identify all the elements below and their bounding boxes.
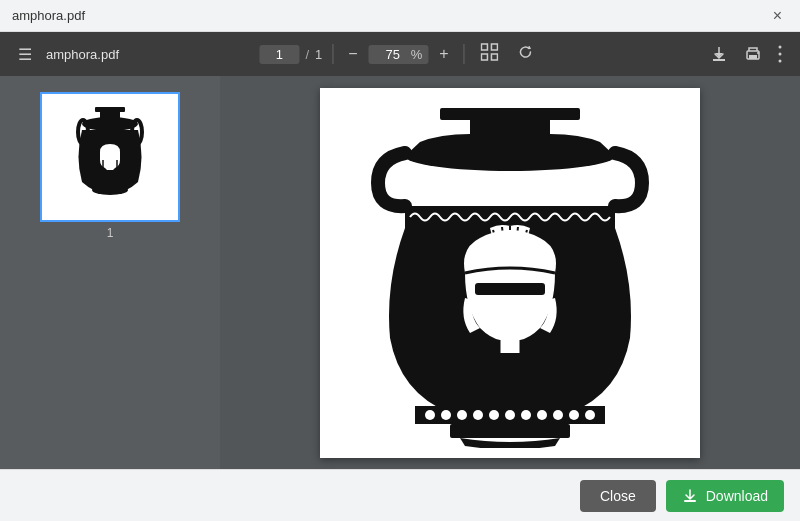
page-separator: / <box>305 47 309 62</box>
thumbnail-amphora-svg <box>65 102 155 212</box>
bottom-bar: Close Download <box>0 469 800 521</box>
svg-point-65 <box>585 410 595 420</box>
svg-rect-23 <box>460 108 462 120</box>
svg-rect-40 <box>562 108 564 120</box>
svg-point-61 <box>521 410 531 420</box>
print-icon <box>744 45 762 63</box>
thumbnail-item[interactable]: 1 <box>40 92 180 240</box>
menu-button[interactable]: ☰ <box>12 41 38 68</box>
rotate-button[interactable] <box>511 39 541 69</box>
svg-rect-1 <box>492 44 498 50</box>
download-toolbar-icon <box>710 45 728 63</box>
page-input-group <box>259 45 299 64</box>
svg-rect-21 <box>448 108 450 120</box>
download-toolbar-button[interactable] <box>704 41 734 67</box>
more-options-button[interactable] <box>772 41 788 67</box>
svg-rect-5 <box>713 59 725 61</box>
svg-rect-36 <box>538 108 540 120</box>
svg-point-60 <box>505 410 515 420</box>
more-options-icon <box>778 45 782 63</box>
svg-rect-18 <box>98 190 122 194</box>
svg-point-8 <box>757 52 759 54</box>
svg-rect-28 <box>490 108 492 120</box>
svg-rect-29 <box>496 108 498 120</box>
svg-rect-0 <box>482 44 488 50</box>
svg-point-56 <box>441 410 451 420</box>
toolbar-center-controls: / 1 − % + <box>259 39 540 69</box>
main-content: 1 <box>0 76 800 469</box>
svg-rect-12 <box>95 107 125 112</box>
svg-rect-35 <box>532 108 534 120</box>
thumbnail-panel: 1 <box>0 76 220 469</box>
thumbnail-frame <box>40 92 180 222</box>
svg-rect-41 <box>568 108 570 120</box>
download-button[interactable]: Download <box>666 480 784 512</box>
svg-point-63 <box>553 410 563 420</box>
svg-point-11 <box>779 60 782 63</box>
pdf-viewer <box>220 76 800 469</box>
page-total: 1 <box>315 47 322 62</box>
print-button[interactable] <box>738 41 768 67</box>
svg-point-59 <box>489 410 499 420</box>
svg-rect-22 <box>454 108 456 120</box>
svg-rect-67 <box>684 500 696 502</box>
zoom-percent: % <box>411 47 423 62</box>
svg-point-10 <box>779 53 782 56</box>
svg-rect-42 <box>574 108 576 120</box>
svg-rect-34 <box>526 108 528 120</box>
toolbar: ☰ amphora.pdf / 1 − % + <box>0 32 800 76</box>
svg-rect-24 <box>466 108 468 120</box>
svg-point-55 <box>425 410 435 420</box>
menu-icon: ☰ <box>18 45 32 64</box>
svg-rect-51 <box>475 283 545 295</box>
svg-point-14 <box>82 117 138 131</box>
svg-rect-32 <box>514 108 516 120</box>
close-button[interactable]: Close <box>580 480 656 512</box>
svg-rect-30 <box>502 108 504 120</box>
download-button-label: Download <box>706 488 768 504</box>
svg-point-57 <box>457 410 467 420</box>
toolbar-divider-1 <box>332 44 333 64</box>
svg-point-58 <box>473 410 483 420</box>
zoom-input[interactable] <box>375 47 411 62</box>
svg-rect-2 <box>482 54 488 60</box>
rotate-icon <box>517 43 535 65</box>
thumbnail-page-number: 1 <box>107 226 114 240</box>
zoom-out-button[interactable]: − <box>343 43 362 65</box>
svg-rect-27 <box>484 108 486 120</box>
pdf-amphora-svg <box>360 98 660 448</box>
svg-rect-38 <box>550 108 552 120</box>
svg-rect-26 <box>478 108 480 120</box>
svg-rect-31 <box>508 108 510 120</box>
svg-rect-25 <box>472 108 474 120</box>
window-close-button[interactable]: × <box>767 5 788 27</box>
window-title: amphora.pdf <box>12 8 85 23</box>
toolbar-divider-2 <box>464 44 465 64</box>
svg-point-9 <box>779 46 782 49</box>
title-bar: amphora.pdf × <box>0 0 800 32</box>
fit-page-icon <box>481 43 499 65</box>
fit-page-button[interactable] <box>475 39 505 69</box>
svg-rect-66 <box>450 424 570 438</box>
zoom-input-group: % <box>369 45 429 64</box>
svg-rect-37 <box>544 108 546 120</box>
svg-point-44 <box>405 141 615 171</box>
svg-rect-39 <box>556 108 558 120</box>
toolbar-right-controls <box>704 41 788 67</box>
download-icon <box>682 488 698 504</box>
svg-point-62 <box>537 410 547 420</box>
svg-point-64 <box>569 410 579 420</box>
pdf-page <box>320 88 700 458</box>
svg-rect-3 <box>492 54 498 60</box>
svg-rect-7 <box>749 55 757 59</box>
svg-rect-20 <box>442 108 444 120</box>
svg-rect-33 <box>520 108 522 120</box>
zoom-in-button[interactable]: + <box>434 43 453 65</box>
page-number-input[interactable] <box>265 47 293 62</box>
